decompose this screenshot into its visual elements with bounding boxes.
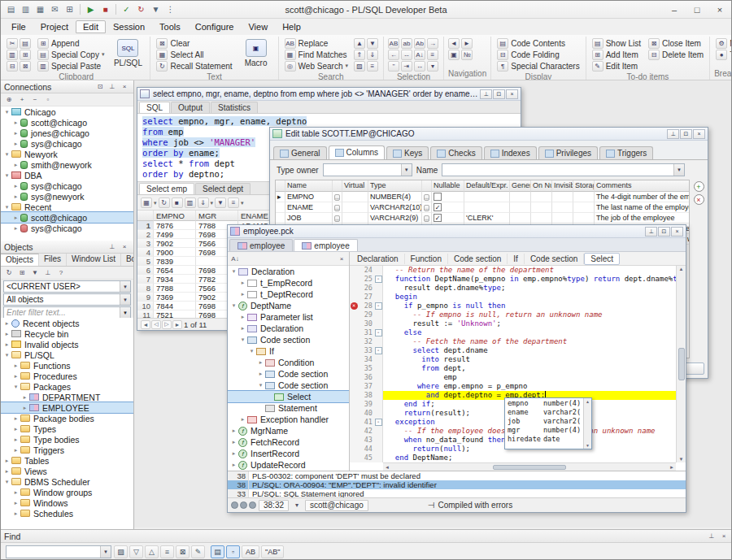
- new-object-icon[interactable]: ⊞: [16, 267, 28, 278]
- fold-collapse-icon[interactable]: -: [375, 347, 382, 354]
- close-button[interactable]: ×: [708, 1, 731, 18]
- menu-configure[interactable]: Configure: [188, 20, 242, 33]
- pin-icon[interactable]: ⊥: [706, 531, 717, 541]
- special-paste-button[interactable]: ▥Special Paste: [36, 60, 106, 72]
- program-window-titlebar[interactable]: employee.pck ⊥⊡×: [228, 225, 686, 238]
- breadcrumb-code-section[interactable]: Code section: [525, 254, 584, 264]
- code-contents-button[interactable]: ▤Code Contents: [495, 37, 581, 49]
- default-expr-cell[interactable]: [464, 192, 510, 202]
- column-header-default-expr[interactable]: Default/Expr.: [464, 180, 510, 192]
- close-icon[interactable]: ×: [119, 241, 130, 252]
- ellipsis-button[interactable]: ...: [424, 215, 429, 222]
- structure-item-t-emprecord[interactable]: ▸t_EmpRecord: [228, 277, 349, 289]
- structure-item-declaration[interactable]: ▸Declaration: [228, 323, 349, 334]
- tab-indexes[interactable]: Indexes: [484, 146, 537, 159]
- first-record-icon[interactable]: ◄: [141, 320, 150, 329]
- close-item-button[interactable]: ⊠Close Item: [647, 37, 705, 49]
- sql-window-titlebar[interactable]: select empno, mgr, ename, deptno from em…: [137, 88, 521, 101]
- column-header-nullable[interactable]: Nullable: [432, 180, 464, 192]
- expand-icon[interactable]: ▸: [12, 225, 20, 232]
- expand-icon[interactable]: ▸: [3, 320, 11, 327]
- delete-column-icon[interactable]: ×: [694, 194, 704, 205]
- chevron-down-icon[interactable]: ▼: [120, 294, 130, 305]
- comment-icon[interactable]: --: [401, 50, 412, 60]
- collapse-icon[interactable]: ▾: [230, 302, 237, 309]
- structure-item-code-section[interactable]: ▾Code section: [228, 380, 349, 391]
- scroll-thumb[interactable]: [678, 348, 685, 380]
- more-button[interactable]: ...: [333, 213, 342, 224]
- paste-icon[interactable]: ▥: [7, 50, 18, 60]
- collapse-icon[interactable]: ▾: [248, 348, 255, 354]
- connection-item-newyork[interactable]: ▾Newyork: [1, 149, 133, 159]
- structure-item-deptname[interactable]: ▾DeptName: [228, 300, 349, 311]
- highlight-all-icon[interactable]: ▨: [354, 61, 365, 72]
- object-item-recent-objects[interactable]: ▸Recent objects: [1, 318, 133, 328]
- code-line[interactable]: -- If empno is null, return an unknown n…: [383, 310, 676, 319]
- edit-connection-icon[interactable]: ▫: [42, 94, 54, 105]
- mail-icon[interactable]: ✉: [48, 2, 62, 16]
- type-cell[interactable]: NUMBER(4): [368, 192, 422, 202]
- column-header-blank[interactable]: [422, 180, 432, 192]
- column-name-cell[interactable]: EMPNO: [285, 192, 333, 202]
- find-previous-icon[interactable]: △: [145, 545, 159, 558]
- close-icon[interactable]: ×: [506, 89, 518, 99]
- lowercase-icon[interactable]: ab: [401, 38, 412, 49]
- row-selector[interactable]: [276, 202, 285, 213]
- code-line[interactable]: function DeptName(p_empno in emp.empno%t…: [383, 275, 676, 284]
- object-item-dbms-scheduler[interactable]: ▾DBMS Scheduler: [1, 476, 133, 487]
- capitalize-icon[interactable]: Ab: [414, 38, 425, 49]
- replace-button[interactable]: ABReplace: [283, 37, 350, 49]
- clear-clipboard-icon[interactable]: ⊠: [20, 61, 31, 72]
- expand-icon[interactable]: ▸: [12, 162, 20, 168]
- on-null-cell[interactable]: [531, 202, 552, 213]
- sort-icon[interactable]: A↓: [229, 254, 241, 264]
- quote-icon[interactable]: '': [388, 61, 399, 72]
- comment-cell[interactable]: The 4-digit number of the employee: [595, 192, 690, 202]
- single-record-icon[interactable]: ▥: [185, 198, 196, 208]
- result-cell[interactable]: 7934: [154, 275, 196, 284]
- object-item-package-bodies[interactable]: ▸Package bodies: [1, 413, 133, 423]
- expand-icon[interactable]: ▸: [12, 426, 20, 432]
- find-last-icon[interactable]: ⇓: [367, 50, 378, 60]
- highlight-icon[interactable]: ▨: [114, 545, 128, 558]
- expand-icon[interactable]: ▸: [12, 489, 20, 496]
- fold-collapse-icon[interactable]: -: [375, 419, 382, 426]
- column-name-cell[interactable]: ENAME: [285, 202, 333, 213]
- table-name-combo[interactable]: ▼: [442, 163, 685, 176]
- virtual-cell[interactable]: [342, 202, 368, 213]
- checkbox[interactable]: [434, 193, 442, 201]
- expand-icon[interactable]: ▸: [12, 447, 20, 454]
- expand-icon[interactable]: ▸: [12, 183, 20, 189]
- new-document-icon[interactable]: ▤: [4, 2, 18, 16]
- recall-statement-button[interactable]: ↻Recall Statement: [155, 60, 233, 72]
- nullable-checkbox[interactable]: [432, 192, 464, 202]
- menu-edit[interactable]: Edit: [76, 20, 106, 33]
- expand-icon[interactable]: ▸: [12, 510, 20, 517]
- bookmark-icon[interactable]: ▣: [448, 50, 460, 60]
- collapse-icon[interactable]: ▾: [239, 336, 246, 343]
- sort-lines-icon[interactable]: A↓: [414, 50, 425, 60]
- object-item-window-groups[interactable]: ▸Window groups: [1, 487, 133, 497]
- connect-icon[interactable]: ⊕: [3, 94, 15, 105]
- code-line[interactable]: -- Return the name of the department: [383, 266, 676, 275]
- filter-icon[interactable]: ▼: [149, 2, 163, 16]
- find-panel-header[interactable]: Find ⊥×: [1, 530, 732, 543]
- default-expr-cell[interactable]: [464, 202, 510, 213]
- virtual-cell[interactable]: [342, 192, 368, 202]
- maximize-icon[interactable]: ⊡: [680, 129, 692, 139]
- find-input[interactable]: ▼: [6, 545, 111, 558]
- nullable-checkbox[interactable]: ✓: [432, 202, 464, 213]
- collapse-icon[interactable]: ▾: [230, 268, 237, 275]
- type-owner-combo[interactable]: ▼: [323, 163, 412, 176]
- connection-item-scott-chicago[interactable]: ▸scott@chicago: [1, 212, 133, 223]
- object-item-type-bodies[interactable]: ▸Type bodies: [1, 434, 133, 445]
- export-icon[interactable]: ⇓: [198, 198, 209, 208]
- generated-cell[interactable]: [510, 213, 531, 224]
- rollback-icon[interactable]: ↻: [134, 2, 148, 16]
- modify-button[interactable]: ⚙Modify: [714, 37, 731, 49]
- show-list-button[interactable]: ▤Show List: [590, 37, 643, 49]
- object-item-packages[interactable]: ▾Packages: [1, 381, 133, 392]
- filter-icon[interactable]: ▼: [120, 307, 130, 318]
- column-header-empno[interactable]: EMPNO: [154, 211, 196, 221]
- open-icon[interactable]: ▥: [19, 2, 33, 16]
